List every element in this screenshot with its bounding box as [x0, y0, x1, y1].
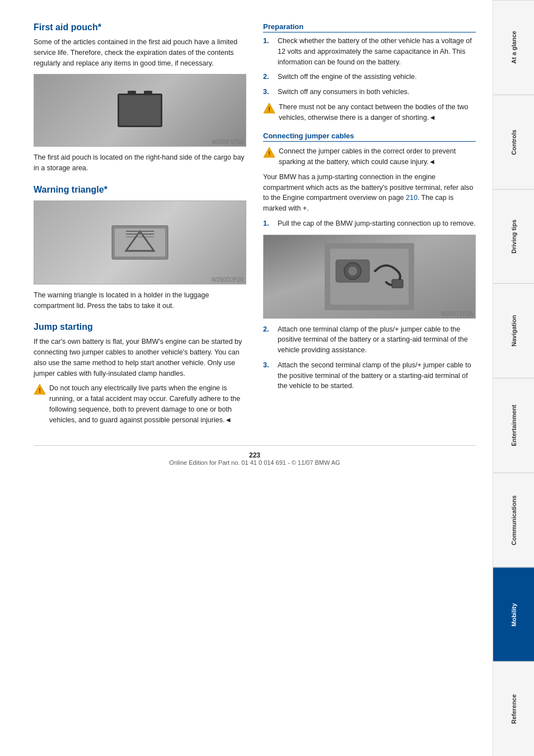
- preparation-section: Preparation Check whether the battery of…: [263, 22, 476, 123]
- jumper-steps-2: Attach one terminal clamp of the plus/+ …: [263, 324, 476, 392]
- connector-svg: [325, 243, 414, 310]
- preparation-steps: Check whether the battery of the other v…: [263, 36, 476, 97]
- triangle-svg: [106, 220, 174, 265]
- sidebar: At a glance Controls Driving tips Naviga…: [493, 0, 534, 756]
- jumper-step-3: Attach the second terminal clamp of the …: [263, 360, 476, 391]
- image-code-3: WZ60T1P2A: [441, 311, 473, 317]
- svg-text:!: !: [268, 150, 270, 157]
- page-footer: 223 Online Edition for Part no. 01 41 0 …: [34, 445, 476, 466]
- warning-triangle-icon-3: !: [263, 147, 275, 158]
- page-ref-link[interactable]: 210: [406, 194, 418, 202]
- sidebar-tab-mobility[interactable]: Mobility: [493, 567, 534, 662]
- warning-triangle-caption: The warning triangle is located in a hol…: [34, 290, 246, 311]
- prep-step-3: Switch off any consumers in both vehicle…: [263, 87, 476, 97]
- sidebar-tab-communications[interactable]: Communications: [493, 473, 534, 567]
- jumper-intro: Your BMW has a jump-starting connection …: [263, 172, 476, 214]
- first-aid-caption: The first aid pouch is located on the ri…: [34, 152, 246, 174]
- jump-starting-title: Jump starting: [34, 322, 246, 332]
- svg-point-16: [348, 267, 357, 276]
- first-aid-body: Some of the articles contained in the fi…: [34, 37, 246, 68]
- prep-step-2: Switch off the engine of the assisting v…: [263, 72, 476, 82]
- jumper-warning: ! Connect the jumper cables in the corre…: [263, 146, 476, 167]
- sidebar-tab-navigation[interactable]: Navigation: [493, 283, 534, 378]
- preparation-warning: ! There must not be any contact between …: [263, 102, 476, 123]
- jumper-step-2: Attach one terminal clamp of the plus/+ …: [263, 324, 476, 356]
- jump-starting-warning-text: Do not touch any electrically live parts…: [49, 383, 246, 425]
- warning-icon-3: !: [263, 147, 275, 158]
- page-number: 223: [249, 451, 260, 459]
- sidebar-tab-entertainment[interactable]: Entertainment: [493, 378, 534, 473]
- sidebar-tab-driving-tips[interactable]: Driving tips: [493, 189, 534, 284]
- svg-text:!: !: [268, 106, 270, 113]
- sidebar-tab-at-a-glance[interactable]: At a glance: [493, 0, 534, 95]
- warning-triangle-image: WZ60D2P20: [34, 200, 246, 284]
- warning-triangle-title: Warning triangle*: [34, 185, 246, 195]
- first-aid-image: WZ60F1P20: [34, 74, 246, 147]
- sidebar-tab-controls[interactable]: Controls: [493, 95, 534, 189]
- jump-starting-warning: ! Do not touch any electrically live par…: [34, 383, 246, 425]
- warning-icon-1: !: [34, 384, 46, 395]
- first-aid-section: First aid pouch* Some of the articles co…: [34, 22, 246, 174]
- image-code-1: WZ60F1P20: [212, 139, 243, 145]
- warning-triangle-icon-2: !: [263, 102, 275, 114]
- jump-starting-section: Jump starting If the car's own battery i…: [34, 322, 246, 425]
- battery-visual: [118, 94, 162, 127]
- warning-triangle-section: Warning triangle* WZ60D2P20 The warning …: [34, 185, 246, 311]
- connecting-jumper-title: Connecting jumper cables: [263, 132, 476, 142]
- right-column: Preparation Check whether the battery of…: [263, 22, 476, 434]
- jump-starting-body: If the car's own battery is flat, your B…: [34, 337, 246, 379]
- svg-rect-17: [392, 279, 403, 288]
- left-column: First aid pouch* Some of the articles co…: [34, 22, 246, 434]
- sidebar-tab-reference[interactable]: Reference: [493, 661, 534, 756]
- jumper-steps: Pull the cap of the BMW jump-starting co…: [263, 218, 476, 229]
- main-content: First aid pouch* Some of the articles co…: [0, 0, 493, 756]
- connecting-jumper-section: Connecting jumper cables ! Connect the j…: [263, 132, 476, 391]
- svg-text:!: !: [39, 387, 41, 394]
- jumper-warning-text: Connect the jumper cables in the correct…: [279, 146, 476, 167]
- footer-text: Online Edition for Part no. 01 41 0 014 …: [169, 459, 340, 466]
- warning-triangle-icon-1: !: [34, 384, 46, 395]
- image-code-2: WZ60D2P20: [212, 277, 243, 283]
- jumper-step-1: Pull the cap of the BMW jump-starting co…: [263, 218, 476, 229]
- preparation-title: Preparation: [263, 22, 476, 32]
- preparation-warning-text: There must not be any contact between th…: [279, 102, 476, 123]
- warning-icon-2: !: [263, 102, 275, 114]
- prep-step-1: Check whether the battery of the other v…: [263, 36, 476, 67]
- first-aid-title: First aid pouch*: [34, 22, 246, 32]
- connector-image: WZ60T1P2A: [263, 235, 476, 319]
